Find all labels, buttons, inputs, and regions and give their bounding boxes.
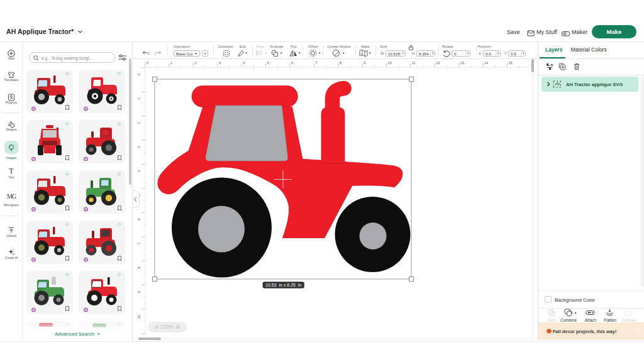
svg-text:10.53 in x 8.25 in: 10.53 in x 8.25 in [265,283,301,287]
